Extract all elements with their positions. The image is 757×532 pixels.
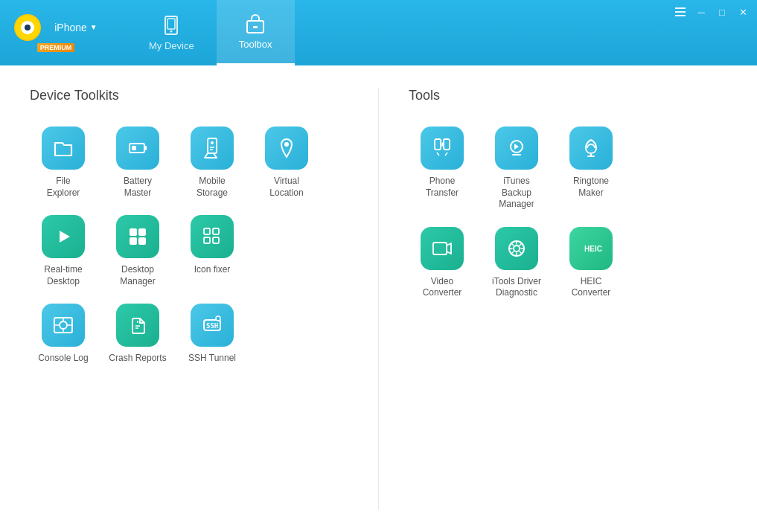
crash-reports-label: Crash Reports bbox=[109, 353, 166, 365]
svg-rect-16 bbox=[204, 228, 210, 234]
tool-realtime-desktop[interactable]: Real-timeDesktop bbox=[30, 211, 97, 292]
mobile-storage-icon bbox=[191, 126, 234, 170]
device-toolkits-title: Device Toolkits bbox=[30, 88, 348, 103]
svg-point-10 bbox=[284, 142, 289, 147]
tool-ssh-tunnel[interactable]: SSH SSH Tunnel bbox=[179, 299, 246, 369]
close-button[interactable]: ✕ bbox=[735, 4, 751, 20]
icon-fixer-icon bbox=[191, 215, 234, 258]
ringtone-maker-label: Ringtone Maker bbox=[562, 176, 620, 199]
premium-badge: Premium bbox=[37, 43, 75, 52]
tool-mobile-storage[interactable]: Mobile Storage bbox=[179, 122, 246, 203]
tab-toolbox-label: Toolbox bbox=[239, 39, 272, 50]
svg-rect-18 bbox=[204, 237, 210, 243]
phone-transfer-icon bbox=[421, 126, 464, 170]
nav-tabs: My Device Toolbox bbox=[112, 0, 295, 65]
svg-rect-6 bbox=[144, 146, 147, 150]
section-divider bbox=[378, 88, 379, 510]
svg-rect-13 bbox=[138, 228, 146, 236]
tool-itools-driver-diagnostic[interactable]: iTools DriverDiagnostic bbox=[483, 222, 550, 304]
realtime-desktop-icon bbox=[42, 215, 85, 258]
tool-itunes-backup-manager[interactable]: iTunes BackupManager bbox=[483, 122, 550, 215]
svg-text:HEIC: HEIC bbox=[584, 245, 602, 253]
tool-desktop-manager[interactable]: DesktopManager bbox=[104, 211, 171, 292]
svg-rect-8 bbox=[208, 138, 217, 153]
device-toolkits-grid: FileExplorer Battery Master bbox=[30, 122, 348, 369]
svg-text:SSH: SSH bbox=[206, 322, 218, 330]
battery-master-icon bbox=[116, 126, 159, 170]
itools-driver-diagnostic-icon bbox=[495, 227, 538, 270]
device-toolkits-section: Device Toolkits FileExplorer bbox=[30, 88, 348, 510]
tools-grid: Phone Transfer iTunes BackupManager bbox=[409, 122, 727, 304]
svg-point-21 bbox=[60, 321, 67, 329]
svg-rect-29 bbox=[435, 139, 441, 150]
video-converter-icon bbox=[421, 227, 464, 270]
virtual-location-icon bbox=[265, 126, 308, 170]
tool-virtual-location[interactable]: Virtual Location bbox=[253, 122, 320, 203]
tools-section: Tools Phone Transfer bbox=[409, 88, 727, 510]
itunes-backup-manager-icon bbox=[495, 126, 538, 170]
svg-point-28 bbox=[216, 316, 220, 321]
heic-converter-icon: HEIC bbox=[569, 227, 613, 270]
ssh-tunnel-icon: SSH bbox=[191, 304, 234, 347]
tool-phone-transfer[interactable]: Phone Transfer bbox=[409, 122, 476, 215]
video-converter-label: VideoConverter bbox=[423, 276, 462, 299]
svg-point-9 bbox=[211, 141, 214, 144]
svg-rect-14 bbox=[130, 237, 137, 245]
svg-rect-19 bbox=[213, 237, 219, 243]
phone-transfer-label: Phone Transfer bbox=[413, 176, 471, 199]
crash-reports-icon bbox=[116, 304, 159, 347]
header: iPhone ▼ Premium My Device Toolbox bbox=[0, 0, 757, 65]
svg-point-2 bbox=[170, 30, 173, 32]
tool-icon-fixer[interactable]: Icon fixer bbox=[179, 211, 246, 292]
itunes-backup-manager-label: iTunes BackupManager bbox=[488, 176, 546, 211]
svg-rect-1 bbox=[167, 19, 175, 29]
mobile-storage-label: Mobile Storage bbox=[183, 176, 241, 199]
tool-crash-reports[interactable]: Crash Reports bbox=[104, 299, 171, 369]
tools-title: Tools bbox=[409, 88, 727, 103]
toolbox-icon bbox=[245, 13, 266, 34]
window-controls: ─ □ ✕ bbox=[672, 4, 751, 20]
tool-heic-converter[interactable]: HEIC HEIC Converter bbox=[558, 222, 625, 304]
tab-toolbox[interactable]: Toolbox bbox=[217, 0, 295, 65]
file-explorer-icon bbox=[42, 126, 85, 170]
svg-rect-7 bbox=[132, 146, 136, 150]
hamburger-button[interactable] bbox=[672, 4, 689, 20]
heic-converter-label: HEIC Converter bbox=[562, 276, 620, 299]
tool-battery-master[interactable]: Battery Master bbox=[104, 122, 171, 203]
tool-console-log[interactable]: Console Log bbox=[30, 299, 97, 369]
dropdown-arrow-icon: ▼ bbox=[90, 23, 98, 31]
svg-rect-4 bbox=[253, 26, 258, 28]
device-label[interactable]: iPhone ▼ bbox=[54, 22, 98, 33]
logo-icon bbox=[14, 14, 41, 41]
svg-marker-11 bbox=[60, 231, 70, 243]
ssh-tunnel-label: SSH Tunnel bbox=[188, 353, 236, 365]
icon-fixer-label: Icon fixer bbox=[194, 264, 231, 276]
svg-point-34 bbox=[514, 246, 520, 251]
svg-rect-15 bbox=[138, 237, 146, 245]
tool-video-converter[interactable]: VideoConverter bbox=[409, 222, 476, 304]
desktop-manager-icon bbox=[116, 215, 159, 258]
maximize-button[interactable]: □ bbox=[714, 4, 730, 20]
tool-ringtone-maker[interactable]: Ringtone Maker bbox=[558, 122, 625, 215]
desktop-manager-label: DesktopManager bbox=[120, 264, 155, 287]
itools-driver-diagnostic-label: iTools DriverDiagnostic bbox=[492, 276, 541, 299]
svg-rect-12 bbox=[130, 228, 137, 236]
svg-rect-17 bbox=[213, 228, 219, 234]
realtime-desktop-label: Real-timeDesktop bbox=[44, 264, 82, 287]
main-content: Device Toolkits FileExplorer bbox=[0, 65, 757, 532]
my-device-icon bbox=[161, 15, 182, 36]
tool-file-explorer[interactable]: FileExplorer bbox=[30, 122, 97, 203]
device-name: iPhone bbox=[54, 22, 87, 33]
virtual-location-label: Virtual Location bbox=[258, 176, 316, 199]
file-explorer-label: FileExplorer bbox=[47, 176, 80, 199]
tab-my-device[interactable]: My Device bbox=[127, 0, 217, 65]
ringtone-maker-icon bbox=[569, 126, 613, 170]
console-log-label: Console Log bbox=[38, 353, 88, 365]
svg-rect-30 bbox=[444, 139, 450, 150]
battery-master-label: Battery Master bbox=[109, 176, 167, 199]
tab-my-device-label: My Device bbox=[149, 40, 194, 51]
console-log-icon bbox=[42, 304, 85, 347]
logo-area: iPhone ▼ Premium bbox=[0, 0, 112, 65]
svg-rect-32 bbox=[433, 243, 447, 254]
minimize-button[interactable]: ─ bbox=[693, 4, 709, 20]
